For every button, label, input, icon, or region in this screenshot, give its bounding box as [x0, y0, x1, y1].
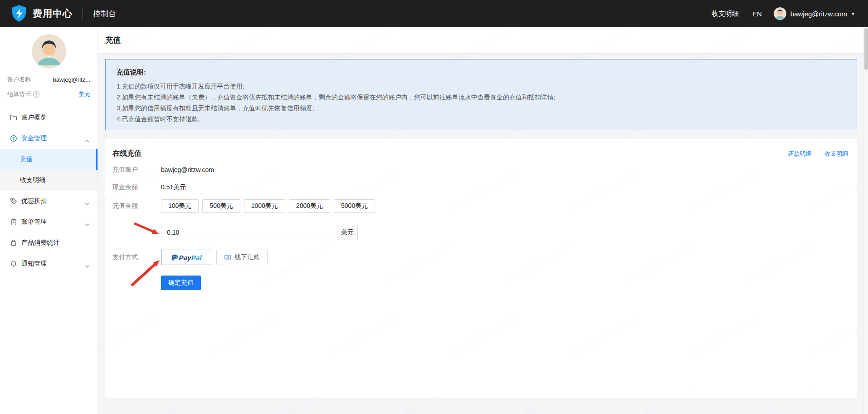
help-circle-icon[interactable]: ?	[33, 91, 39, 98]
sidebar-item-label: 账单管理	[21, 218, 47, 226]
settlement-currency-text: 结算货币	[7, 90, 31, 99]
sidebar-item-bills[interactable]: 账单管理	[0, 212, 98, 232]
paypal-method-button[interactable]: PP PayPal	[161, 250, 212, 265]
user-email[interactable]: bawjeg@ritzw.com	[790, 10, 847, 18]
payment-method-row: 支付方式 PP PayPal 线下汇款	[112, 250, 848, 265]
sidebar-item-label: 优惠折扣	[21, 197, 47, 205]
amount-option-button[interactable]: 5000美元	[334, 199, 375, 213]
cash-balance-value: 0.51美元	[161, 183, 186, 192]
repayment-detail-link[interactable]: 还款明细	[788, 150, 812, 157]
coin-icon	[10, 135, 17, 142]
amount-input-group: 美元	[161, 225, 358, 240]
amount-input[interactable]	[161, 225, 337, 240]
settlement-currency-row: 结算货币 ? 美元	[0, 90, 98, 99]
income-expense-detail-link[interactable]: 收支明细	[824, 150, 848, 157]
sidebar-item-account-overview[interactable]: 账户概览	[0, 107, 98, 128]
notice-line: 3.如果您的信用额度有扣款且无未结清账单，充值时优先恢复信用额度;	[117, 103, 846, 113]
language-toggle[interactable]: EN	[752, 10, 762, 18]
sidebar-item-label: 通知管理	[21, 260, 47, 268]
notice-line: 4.已充值金额暂时不支持退款。	[117, 113, 846, 124]
amount-option-button[interactable]: 1000美元	[244, 199, 285, 213]
brand-title: 费用中心	[33, 7, 73, 20]
chevron-down-icon	[85, 262, 89, 269]
wallet-icon	[10, 114, 17, 121]
account-name-row: 账户名称 bawjeg@ritz...	[0, 75, 98, 84]
payment-method-label: 支付方式	[112, 253, 161, 261]
banknote-icon	[224, 254, 231, 261]
sidebar-divider	[0, 106, 98, 106]
chevron-down-icon	[85, 199, 89, 207]
bag-icon	[10, 239, 17, 246]
topbar-divider	[83, 8, 83, 20]
recharge-account-value: bawjeg@ritzw.com	[161, 166, 214, 173]
chevron-down-icon	[85, 220, 89, 227]
notice-line: 2.如果您有未结清的账单（欠费），充值资金将优先抵扣未结清的账单，剩余的金额将保…	[117, 92, 846, 103]
sidebar-item-label: 收支明细	[20, 176, 45, 184]
discount-tag-icon	[10, 197, 17, 205]
page-header: 充值	[98, 27, 868, 53]
confirm-recharge-button[interactable]: 确定充值	[161, 276, 201, 290]
topbar-right: 收支明细 EN bawjeg@ritzw.com ▼	[712, 7, 855, 20]
brand-shield-icon	[11, 5, 27, 23]
notice-line: 1.充值的款项仅可用于杰峰开发应用平台使用;	[117, 81, 846, 92]
account-name-label: 账户名称	[7, 75, 31, 84]
offline-remittance-button[interactable]: 线下汇款	[216, 250, 268, 265]
sidebar-item-recharge[interactable]: 充值	[0, 149, 98, 170]
console-link[interactable]: 控制台	[93, 9, 116, 19]
amount-option-button[interactable]: 500美元	[202, 199, 240, 213]
clipboard-icon	[10, 218, 17, 226]
amount-option-button[interactable]: 100美元	[161, 199, 199, 213]
recharge-account-label: 充值账户	[112, 166, 161, 174]
recharge-notice-box: 充值说明: 1.充值的款项仅可用于杰峰开发应用平台使用; 2.如果您有未结清的账…	[105, 59, 857, 130]
section-title: 在线充值	[112, 149, 141, 158]
sidebar-item-product-consumption[interactable]: 产品消费统计	[0, 232, 98, 253]
sidebar-item-label: 充值	[20, 155, 33, 163]
chevron-down-icon[interactable]: ▼	[851, 11, 855, 16]
scrollbar-thumb[interactable]	[864, 28, 868, 70]
sidebar-item-notifications[interactable]: 通知管理	[0, 253, 98, 274]
currency-suffix: 美元	[337, 225, 358, 240]
online-recharge-card: 在线充值 还款明细 收支明细 充值账户 bawjeg@ritzw.com 现金余…	[105, 139, 857, 398]
submit-row: 确定充值	[112, 276, 848, 290]
vertical-scrollbar[interactable]	[863, 27, 868, 414]
sidebar-item-income-expense[interactable]: 收支明细	[0, 170, 98, 191]
notice-title: 充值说明:	[117, 68, 846, 77]
sidebar-item-label: 资金管理	[21, 134, 47, 143]
main-area: 充值 充值说明: 1.充值的款项仅可用于杰峰开发应用平台使用; 2.如果您有未结…	[98, 27, 868, 414]
offline-remittance-label: 线下汇款	[234, 253, 260, 261]
card-header: 在线充值 还款明细 收支明细	[112, 149, 848, 158]
settlement-currency-value[interactable]: 美元	[78, 90, 90, 99]
amount-options-row: 充值金额 100美元 500美元 1000美元 2000美元 5000美元	[112, 199, 848, 213]
account-name-value: bawjeg@ritz...	[53, 76, 90, 83]
card-links: 还款明细 收支明细	[777, 149, 848, 158]
amount-input-row: 美元	[112, 225, 848, 240]
cash-balance-row: 现金余额 0.51美元	[112, 183, 848, 192]
sidebar-item-funds-management[interactable]: 资金管理	[0, 128, 98, 149]
topbar: 费用中心 控制台 收支明细 EN bawjeg@ritzw.com ▼	[0, 0, 868, 27]
bell-icon	[10, 260, 17, 267]
sidebar-item-label: 账户概览	[21, 113, 47, 122]
content: 充值说明: 1.充值的款项仅可用于杰峰开发应用平台使用; 2.如果您有未结清的账…	[98, 53, 868, 398]
amount-option-button[interactable]: 2000美元	[289, 199, 330, 213]
sidebar-item-label: 产品消费统计	[21, 239, 59, 247]
chevron-up-icon	[85, 137, 89, 144]
paypal-wordmark: PayPal	[179, 254, 201, 261]
amount-label: 充值金额	[112, 202, 161, 210]
recharge-account-row: 充值账户 bawjeg@ritzw.com	[112, 166, 848, 174]
paypal-logo-icon: PP	[171, 254, 176, 261]
page-title: 充值	[105, 35, 121, 45]
sidebar: 账户名称 bawjeg@ritz... 结算货币 ? 美元 账户概览	[0, 27, 98, 414]
user-avatar[interactable]	[774, 7, 786, 20]
cash-balance-label: 现金余额	[112, 183, 161, 192]
sidebar-item-discounts[interactable]: 优惠折扣	[0, 191, 98, 212]
sidebar-nav: 账户概览 资金管理 充值 收支明细	[0, 107, 98, 274]
settlement-currency-label: 结算货币 ?	[7, 90, 39, 99]
account-avatar	[32, 34, 66, 69]
topbar-billing-detail-link[interactable]: 收支明细	[712, 10, 739, 18]
